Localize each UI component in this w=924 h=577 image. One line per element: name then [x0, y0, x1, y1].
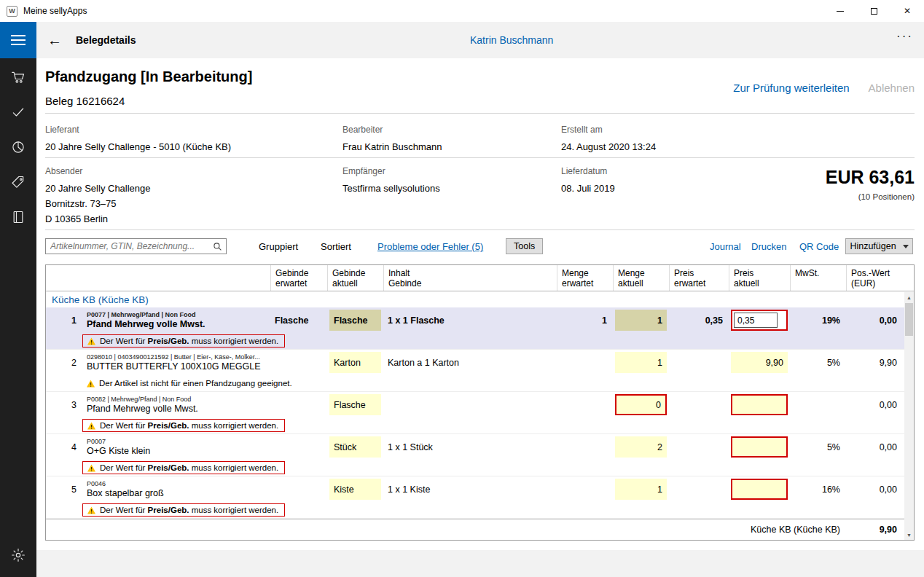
- cell-pos-wert: 0,00: [846, 392, 904, 417]
- qr-code-link[interactable]: QR Code: [799, 241, 839, 252]
- warning-box: Der Wert für Preis/Geb. muss korrigiert …: [82, 503, 285, 517]
- absender-label: Absender: [45, 166, 82, 176]
- chevron-down-icon: [903, 245, 909, 248]
- preis-aktuell-field[interactable]: 9,90: [731, 352, 788, 373]
- sidebar-item-journal[interactable]: [0, 200, 36, 235]
- more-button[interactable]: ···: [896, 29, 913, 44]
- preis-aktuell-field[interactable]: [731, 394, 788, 415]
- table-row[interactable]: 3 P0082 | Mehrweg/Pfand | Non Food Pfand…: [46, 392, 914, 417]
- table-row[interactable]: 1 P0077 | Mehrweg/Pfand | Non Food Pfand…: [46, 307, 914, 333]
- divider: [45, 157, 915, 158]
- search-icon[interactable]: [213, 242, 222, 251]
- menge-aktuell-field[interactable]: 1: [615, 310, 667, 331]
- row-warning: Der Wert für Preis/Geb. muss korrigiert …: [46, 417, 914, 434]
- warning-icon: [86, 380, 95, 388]
- preis-aktuell-field[interactable]: [731, 436, 788, 458]
- col-gebinde-aktuell: Gebindeaktuell: [327, 265, 383, 291]
- hamburger-menu-button[interactable]: [0, 22, 36, 58]
- table-row[interactable]: 5 P0046 Box stapelbar groß Kiste 1 x 1 K…: [46, 476, 914, 502]
- cell-inhalt: Karton a 1 Karton: [383, 350, 557, 375]
- minimize-button[interactable]: [823, 0, 857, 22]
- table-header-row: Gebindeerwartet Gebindeaktuell InhaltGeb…: [46, 265, 914, 291]
- group-header: Küche KB (Küche KB): [46, 291, 914, 307]
- gruppiert-toggle[interactable]: Gruppiert: [259, 241, 298, 252]
- window-titlebar: W Meine sellyApps ✕: [0, 0, 924, 22]
- article-cell: P0007 O+G Kiste klein: [82, 434, 270, 460]
- sidebar-item-statistics[interactable]: [0, 130, 36, 165]
- row-warning: Der Artikel ist nicht für einen Pfandzug…: [46, 375, 914, 392]
- positions-count: (10 Positionen): [858, 192, 915, 201]
- cell-gebinde-erwartet: [270, 434, 327, 460]
- cell-menge-erwartet: 1: [557, 307, 613, 333]
- gebinde-aktuell-field[interactable]: Flasche: [329, 394, 381, 415]
- vertical-scrollbar[interactable]: ▲ ▼: [904, 292, 914, 540]
- gebinde-aktuell-field[interactable]: Stück: [329, 436, 381, 458]
- search-input[interactable]: [46, 241, 213, 251]
- journal-link[interactable]: Journal: [710, 241, 741, 252]
- close-button[interactable]: ✕: [890, 0, 924, 22]
- cell-preis-erwartet: [669, 350, 729, 375]
- article-cell: P0077 | Mehrweg/Pfand | Non Food Pfand M…: [82, 307, 270, 333]
- cell-menge-erwartet: [557, 434, 613, 460]
- lieferant-value: 20 Jahre Selly Challenge - 5010 (Küche K…: [45, 139, 231, 154]
- menge-aktuell-field[interactable]: 1: [615, 352, 667, 373]
- drucken-link[interactable]: Drucken: [751, 241, 786, 252]
- gebinde-aktuell-field[interactable]: Karton: [329, 352, 381, 373]
- sidebar-item-prices[interactable]: [0, 165, 36, 200]
- document-title: Pfandzugang [In Bearbeitung]: [45, 68, 252, 85]
- col-preis-aktuell: Preisaktuell: [729, 265, 790, 291]
- preis-aktuell-field[interactable]: [731, 479, 788, 500]
- warning-icon: [87, 506, 96, 514]
- warning-icon: [87, 464, 96, 472]
- reject-link[interactable]: Ablehnen: [869, 82, 915, 94]
- gebinde-aktuell-field[interactable]: Kiste: [329, 479, 381, 500]
- menge-aktuell-field[interactable]: 1: [615, 479, 667, 500]
- erstellt-am-value: 24. August 2020 13:24: [561, 139, 656, 154]
- row-number: 3: [46, 392, 82, 417]
- menge-aktuell-field[interactable]: 2: [615, 436, 667, 458]
- sidebar-item-cart[interactable]: [0, 60, 36, 95]
- row-warning: Der Wert für Preis/Geb. muss korrigiert …: [46, 502, 914, 519]
- cell-gebinde-erwartet: [270, 392, 327, 417]
- preis-aktuell-input[interactable]: [734, 313, 778, 328]
- sidebar-item-tasks[interactable]: [0, 95, 36, 130]
- app-logo-icon: W: [7, 6, 17, 17]
- cell-preis-erwartet: [669, 392, 729, 417]
- lieferdatum-value: 08. Juli 2019: [561, 181, 615, 196]
- footer-group-label: Küche KB (Küche KB): [46, 525, 846, 535]
- scroll-down-arrow[interactable]: ▼: [904, 530, 914, 540]
- table-row[interactable]: 4 P0007 O+G Kiste klein Stück 1 x 1 Stüc…: [46, 434, 914, 460]
- sidebar-item-settings[interactable]: [0, 538, 36, 573]
- cell-mwst: 19%: [790, 307, 846, 333]
- hinzufuegen-button[interactable]: Hinzufügen: [845, 238, 913, 254]
- scrollbar-thumb[interactable]: [905, 303, 913, 336]
- divider: [45, 229, 915, 230]
- menge-aktuell-field[interactable]: 0: [615, 394, 667, 415]
- gebinde-aktuell-field[interactable]: Flasche: [329, 310, 381, 331]
- cell-menge-aktuell: 0: [613, 392, 669, 417]
- status-strip: [36, 550, 924, 577]
- erstellt-am-label: Erstellt am: [561, 125, 603, 135]
- lieferant-label: Lieferant: [45, 125, 79, 135]
- cell-menge-aktuell: 1: [613, 307, 669, 333]
- cell-preis-erwartet: [669, 434, 729, 460]
- cell-menge-erwartet: [557, 392, 613, 417]
- forward-for-review-link[interactable]: Zur Prüfung weiterleiten: [733, 82, 849, 94]
- probleme-fehler-link[interactable]: Probleme oder Fehler (5): [377, 241, 483, 252]
- row-warning: Der Wert für Preis/Geb. muss korrigiert …: [46, 333, 914, 350]
- table-row[interactable]: 2 0298010 | 04034900121592 | Butter | Ei…: [46, 350, 914, 375]
- back-button[interactable]: ←: [42, 22, 67, 58]
- scroll-up-arrow[interactable]: ▲: [904, 292, 914, 302]
- cell-gebinde-aktuell: Flasche: [327, 307, 383, 333]
- maximize-button[interactable]: [857, 0, 890, 22]
- sortiert-toggle[interactable]: Sortiert: [321, 241, 351, 252]
- cell-preis-erwartet: 0,35: [669, 307, 729, 333]
- preis-aktuell-error-frame: [731, 310, 788, 331]
- tools-button[interactable]: Tools: [506, 238, 543, 254]
- cell-pos-wert: 9,90: [846, 350, 904, 375]
- cell-pos-wert: 0,00: [846, 434, 904, 460]
- cell-mwst: [790, 392, 846, 417]
- bearbeiter-value: Frau Katrin Buschmann: [342, 139, 442, 154]
- total-amount: EUR 63,61: [826, 167, 915, 188]
- row-number: 1: [46, 307, 82, 333]
